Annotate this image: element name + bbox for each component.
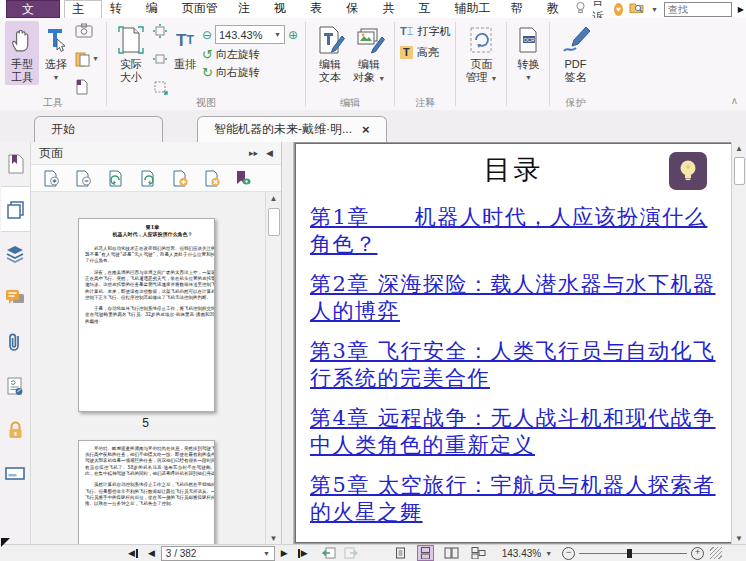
tab-connect[interactable]: 互联 — [410, 0, 446, 18]
zoom-slider-thumb[interactable] — [627, 549, 632, 558]
rotate-page-right-button[interactable] — [139, 170, 157, 187]
status-zoom-out-button[interactable]: − — [562, 547, 575, 560]
panel-collapse-icon[interactable]: ◀ — [266, 148, 273, 158]
tab-view[interactable]: 视图 — [266, 0, 302, 18]
thumbnail-zoom-in-button[interactable] — [43, 170, 61, 187]
facing-view-button[interactable] — [442, 545, 461, 561]
status-zoom-value[interactable]: 143.43% — [502, 548, 541, 559]
tab-organize[interactable]: 页面管理 — [174, 0, 230, 18]
tab-form[interactable]: 表单 — [302, 0, 338, 18]
tab-tutorial[interactable]: 教程 — [539, 0, 575, 18]
panel-splitter[interactable] — [282, 142, 294, 545]
thumbnail-scrollbar[interactable]: ▲ ▼ — [265, 192, 281, 545]
typewriter-button[interactable]: T⌶ 打字机 — [400, 24, 450, 39]
signatures-panel-button[interactable] — [1, 364, 30, 408]
tab-comment[interactable]: 注释 — [230, 0, 266, 18]
edit-object-button[interactable]: 编辑 对象 ▼ — [349, 21, 389, 86]
scrollbar-thumb[interactable] — [734, 157, 745, 185]
scroll-down-icon[interactable]: ▼ — [266, 534, 281, 543]
toc-link-chapter-4[interactable]: 第4章 远程战争：无人战斗机和现代战争中人类角色的重新定义 — [310, 405, 719, 459]
reflow-button[interactable]: TT 重排 — [170, 21, 200, 72]
rotate-right-button[interactable]: ↻ 向右旋转 — [202, 65, 298, 80]
delete-page-button[interactable] — [203, 170, 221, 187]
actual-size-button[interactable]: 实际 大小 — [112, 21, 150, 85]
zoom-level-combobox[interactable]: 143.43% ▼ — [215, 25, 285, 44]
comments-panel-button[interactable] — [1, 276, 30, 320]
zoom-in-button[interactable]: ⊕ — [288, 29, 298, 41]
fit-width-button[interactable] — [152, 51, 168, 67]
continuous-view-button[interactable] — [417, 545, 434, 561]
toc-link-chapter-3[interactable]: 第3章 飞行安全：人类飞行员与自动化飞行系统的完美合作 — [310, 338, 719, 392]
previous-view-button[interactable] — [322, 547, 336, 559]
lightbulb-icon[interactable] — [575, 1, 586, 17]
next-page-button[interactable]: ▶ — [281, 549, 288, 558]
page-management-button[interactable]: 页面 管理 ▼ — [461, 21, 501, 86]
favorite-heart-icon[interactable]: ♥ — [614, 3, 623, 16]
status-zoom-in-button[interactable]: + — [691, 547, 704, 560]
page-thumbnail-5[interactable]: 第1章 机器人时代，人应该扮演什么角色？ 机器人和自动化技术正在改变我们的世界。… — [78, 218, 215, 412]
continuous-facing-view-button[interactable] — [469, 545, 488, 561]
paste-button[interactable] — [75, 79, 99, 95]
scroll-up-icon[interactable]: ▲ — [266, 194, 281, 203]
security-panel-button[interactable] — [1, 408, 30, 452]
hidden-panel-indicator-icon[interactable] — [1, 538, 10, 547]
last-page-button[interactable]: ▶ — [298, 549, 308, 558]
insert-page-button[interactable] — [171, 170, 189, 187]
page-thumbnail-6[interactable]: 罗伯特。略感疲惫的博南与罗伯特尚在休息，突然接到驾驶飞机执行高空夜航的任务，他们… — [78, 440, 215, 545]
fit-page-button[interactable] — [152, 23, 168, 39]
toc-link-chapter-5[interactable]: 第5章 太空旅行：宇航员与机器人探索者的火星之舞 — [310, 472, 719, 526]
pdf-sign-button[interactable]: PDF 签名 — [555, 21, 595, 85]
rotate-page-left-button[interactable] — [107, 170, 125, 187]
tab-home[interactable]: 主页 — [64, 0, 102, 18]
toc-link-chapter-1[interactable]: 第1章 机器人时代，人应该扮演什么角色？ — [310, 204, 719, 258]
edit-text-button[interactable]: 编辑 文本 — [311, 21, 349, 85]
tab-convert[interactable]: 转换 — [102, 0, 138, 18]
tab-protect[interactable]: 保护 — [338, 0, 374, 18]
page-number-combobox[interactable]: 3 / 382 ▼ — [161, 546, 275, 561]
scroll-down-icon[interactable]: ▼ — [732, 534, 746, 543]
attachments-panel-button[interactable] — [1, 320, 30, 364]
search-folder-icon[interactable] — [629, 1, 645, 17]
bookmarks-panel-button[interactable] — [1, 142, 30, 186]
bookmark-view-button[interactable] — [235, 170, 251, 187]
rotate-left-button[interactable]: ↺ 向左旋转 — [202, 47, 298, 62]
zoom-out-button[interactable]: ⊖ — [202, 29, 212, 41]
tab-help[interactable]: 帮助 — [503, 0, 539, 18]
pdf-page[interactable]: 目录 第1章 机器人时代，人应该扮演什么角色？ 第2章 深海探险：载人潜水器与水… — [295, 143, 732, 543]
tab-accessibility[interactable]: 辅助工具 — [447, 0, 503, 18]
scroll-up-icon[interactable]: ▲ — [732, 144, 746, 153]
convert-button[interactable]: OCR 转换 ▼ — [512, 21, 544, 85]
resize-grip[interactable] — [710, 547, 722, 559]
start-tab[interactable]: 开始 — [34, 116, 163, 142]
search-input[interactable] — [664, 2, 732, 17]
fit-visible-button[interactable] — [152, 79, 168, 95]
tab-share[interactable]: 共享 — [374, 0, 410, 18]
panel-expand-icon[interactable]: ▸▸ — [249, 148, 258, 158]
clipboard-button[interactable]: ▼ — [75, 51, 99, 67]
clipboard-dropdown-icon[interactable]: ▼ — [92, 55, 99, 62]
menubar-expand-icon[interactable]: ▶ — [738, 5, 744, 14]
document-scrollbar[interactable]: ▲ ▼ — [731, 142, 746, 545]
tab-edit[interactable]: 编辑 — [138, 0, 174, 18]
previous-page-button[interactable]: ◀ — [148, 549, 155, 558]
document-tab[interactable]: 智能机器的未来-戴维·明... × — [197, 116, 387, 142]
close-tab-icon[interactable]: × — [362, 123, 370, 136]
layers-panel-button[interactable] — [1, 232, 30, 276]
highlight-button[interactable]: T 高亮 — [400, 45, 450, 60]
snapshot-button[interactable] — [75, 23, 99, 38]
pages-panel-button[interactable] — [1, 186, 30, 232]
lightbulb-annotation[interactable] — [669, 152, 707, 190]
zoom-slider[interactable] — [579, 547, 687, 560]
select-tool-button[interactable]: 选择 ▼ — [39, 21, 73, 85]
toc-link-chapter-2[interactable]: 第2章 深海探险：载人潜水器与水下机器人的博弈 — [310, 271, 719, 325]
next-view-button[interactable] — [344, 547, 358, 559]
scrollbar-thumb[interactable] — [268, 208, 280, 236]
fields-panel-button[interactable] — [1, 452, 30, 496]
thumbnail-zoom-out-button[interactable] — [75, 170, 93, 187]
search-folder-dropdown-icon[interactable]: ▼ — [651, 6, 658, 13]
file-menu-button[interactable]: 文件 — [6, 0, 60, 18]
collapse-ribbon-icon[interactable]: ∧ — [731, 95, 738, 106]
single-page-view-button[interactable] — [392, 545, 409, 561]
status-zoom-dropdown-icon[interactable]: ▼ — [545, 550, 552, 557]
first-page-button[interactable]: ◀ — [128, 549, 138, 558]
